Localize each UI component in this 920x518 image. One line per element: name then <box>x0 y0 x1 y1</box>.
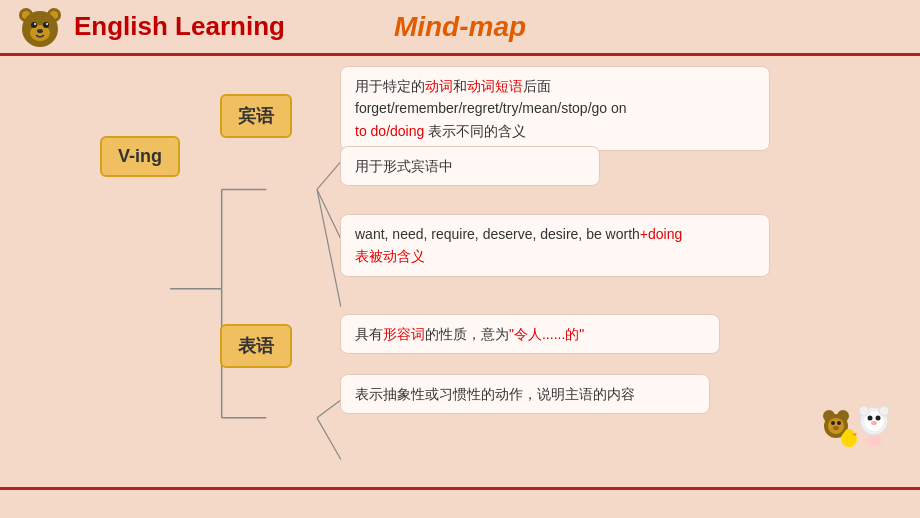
svg-point-32 <box>871 421 877 425</box>
app-header: English Learning Mind-map <box>0 0 920 56</box>
bingyu-label: 宾语 <box>220 94 292 138</box>
svg-point-25 <box>831 421 835 425</box>
footer-line <box>0 487 920 490</box>
card-passive: want, need, require, deserve, desire, be… <box>340 214 770 277</box>
card-passive-line1: want, need, require, deserve, desire, be… <box>355 223 755 245</box>
svg-point-6 <box>31 22 37 28</box>
card-verb-phrase-line2: forget/remember/regret/try/mean/stop/go … <box>355 97 755 119</box>
svg-point-33 <box>859 406 869 416</box>
card-verb-phrase: 用于特定的动词和动词短语后面 forget/remember/regret/tr… <box>340 66 770 151</box>
ving-label: V-ing <box>100 136 180 177</box>
svg-line-16 <box>317 162 341 190</box>
svg-point-10 <box>37 29 43 33</box>
svg-point-27 <box>833 426 839 430</box>
svg-point-35 <box>866 435 882 447</box>
svg-point-31 <box>876 416 881 421</box>
mind-map-title: Mind-map <box>394 11 526 43</box>
bottom-decoration <box>814 371 904 451</box>
bear-logo-icon <box>16 3 64 51</box>
card-verb-phrase-line1: 用于特定的动词和动词短语后面 <box>355 75 755 97</box>
card-abstract: 表示抽象性或习惯性的动作，说明主语的内容 <box>340 374 710 414</box>
card-adjective: 具有形容词的性质，意为"令人......的" <box>340 314 720 354</box>
main-content: V-ing 宾语 表语 用于特定的动词和动词短语后面 forget/rememb… <box>0 56 920 483</box>
svg-point-26 <box>837 421 841 425</box>
card-formal-object: 用于形式宾语中 <box>340 146 600 186</box>
svg-point-8 <box>34 23 36 25</box>
card-passive-line2: 表被动含义 <box>355 245 755 267</box>
svg-point-9 <box>46 23 48 25</box>
svg-line-20 <box>317 418 341 460</box>
biaoyu-label: 表语 <box>220 324 292 368</box>
card-verb-phrase-line3: to do/doing 表示不同的含义 <box>355 120 755 142</box>
svg-line-18 <box>317 189 341 306</box>
svg-point-7 <box>43 22 49 28</box>
svg-line-17 <box>317 189 341 239</box>
decoration-svg <box>814 371 904 451</box>
card-abstract-text: 表示抽象性或习惯性的动作，说明主语的内容 <box>355 386 635 402</box>
svg-point-34 <box>879 406 889 416</box>
svg-point-30 <box>868 416 873 421</box>
card-formal-object-text: 用于形式宾语中 <box>355 158 453 174</box>
svg-line-19 <box>317 400 341 418</box>
app-title: English Learning <box>74 11 285 42</box>
